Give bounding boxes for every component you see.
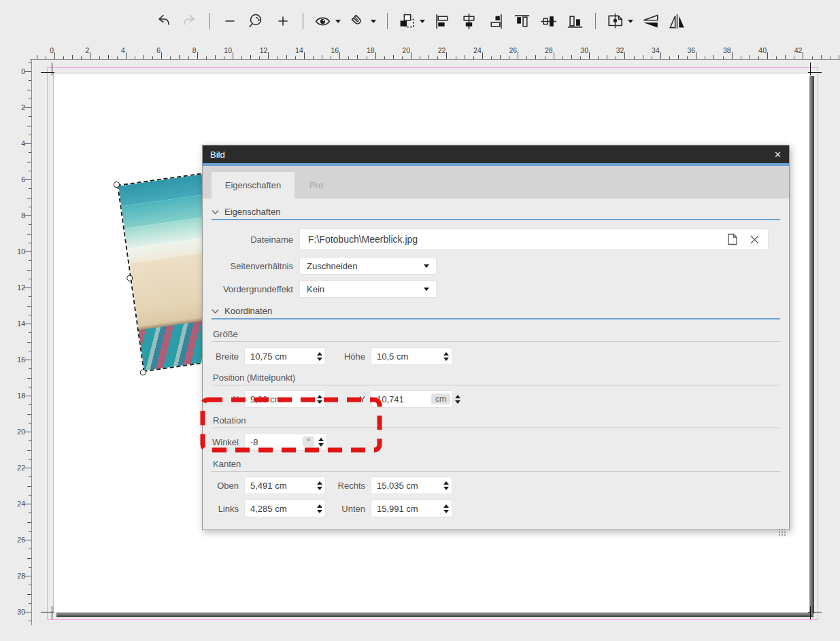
ruler-tick <box>27 342 31 343</box>
ruler-tick <box>29 567 31 568</box>
toolbar-separator <box>209 13 210 29</box>
left-edge-field[interactable]: 4,285 cm <box>244 500 326 517</box>
arrange-dropdown-caret[interactable] <box>420 20 425 23</box>
flip-vertical-icon[interactable] <box>642 12 660 30</box>
ruler-tick <box>669 56 670 59</box>
snap-dropdown-caret[interactable] <box>371 20 376 23</box>
spinner-arrows[interactable] <box>443 481 452 490</box>
spinner-arrows[interactable] <box>443 352 452 361</box>
page-edge-shadow-right <box>809 76 814 614</box>
ruler-tick <box>491 56 492 59</box>
spinner-arrows[interactable] <box>317 352 325 361</box>
ruler-tick <box>562 56 563 59</box>
filename-label: Dateiname <box>212 235 293 245</box>
subsection-kanten: Kanten <box>212 457 780 472</box>
ruler-tick <box>616 56 616 59</box>
width-field[interactable]: 10,75 cm <box>244 347 326 365</box>
ruler-number: 30 <box>16 608 25 616</box>
spinner-arrows[interactable] <box>317 504 325 513</box>
toolbar-separator <box>387 13 388 29</box>
ruler-number: 14 <box>288 46 303 54</box>
arrange-layout-icon[interactable] <box>399 12 416 30</box>
zoom-reset-icon[interactable] <box>248 12 265 30</box>
ruler-tick <box>758 56 759 59</box>
ruler-tick <box>27 126 31 126</box>
ruler-tick <box>268 52 269 59</box>
ruler-tick <box>304 52 305 59</box>
spinner-arrows[interactable] <box>317 481 325 490</box>
ruler-tick <box>29 549 31 549</box>
x-label: X <box>212 394 239 404</box>
align-middle-vertical-icon[interactable] <box>540 12 558 30</box>
ruler-number: 18 <box>360 46 375 54</box>
ruler-number: 2 <box>74 46 89 54</box>
dialog-resize-grip[interactable] <box>778 528 787 537</box>
ruler-tick <box>767 52 768 59</box>
ruler-number: 10 <box>16 247 25 256</box>
spinner-arrows[interactable] <box>443 504 452 513</box>
ruler-tick <box>29 603 31 604</box>
ruler-number: 8 <box>182 46 197 54</box>
center-on-page-icon[interactable] <box>607 12 624 30</box>
foreground-effect-dropdown[interactable]: Kein <box>299 280 437 298</box>
section-underline <box>212 318 780 319</box>
section-header-koordinaten[interactable]: Koordinaten <box>212 306 780 316</box>
angle-field[interactable]: -8 ° <box>244 433 327 451</box>
dropdown-caret-icon <box>424 288 429 291</box>
zoom-in-icon[interactable] <box>274 12 292 30</box>
ruler-tick <box>29 332 31 333</box>
dialog-titlebar[interactable]: Bild ✕ <box>203 145 789 163</box>
visibility-dropdown-caret[interactable] <box>335 20 341 23</box>
spinner-arrows[interactable] <box>318 438 326 447</box>
ruler-tick <box>99 56 100 59</box>
image-properties-dialog: Bild ✕ Eigenschaften Pro Eigenschaften D… <box>202 145 790 530</box>
center-dropdown-caret[interactable] <box>628 20 633 23</box>
ruler-tick <box>117 56 118 59</box>
ruler-tick <box>554 52 554 59</box>
snap-magnet-icon[interactable] <box>350 12 367 30</box>
ruler-tick <box>29 531 31 532</box>
redo-icon[interactable] <box>181 12 199 30</box>
y-field[interactable]: 10,741 cm <box>371 390 452 408</box>
visibility-icon[interactable] <box>314 12 332 30</box>
ruler-number: 26 <box>16 536 25 544</box>
ruler-tick <box>108 55 109 59</box>
close-icon[interactable]: ✕ <box>774 150 782 159</box>
align-bottom-icon[interactable] <box>567 12 584 30</box>
spinner-arrows[interactable] <box>317 395 325 404</box>
right-edge-field[interactable]: 15,035 cm <box>371 477 452 494</box>
undo-icon[interactable] <box>154 12 172 30</box>
toolbar <box>0 4 840 38</box>
top-edge-field[interactable]: 5,491 cm <box>244 477 326 494</box>
ruler-tick <box>24 612 31 612</box>
clear-file-icon[interactable] <box>750 235 760 245</box>
bottom-edge-field[interactable]: 15,991 cm <box>371 500 452 517</box>
ruler-tick <box>24 252 31 252</box>
x-field[interactable]: 9,66 cm <box>244 390 326 408</box>
tab-eigenschaften[interactable]: Eigenschaften <box>212 172 295 198</box>
zoom-out-icon[interactable] <box>221 12 239 30</box>
aspect-ratio-label: Seitenverhältnis <box>212 261 293 271</box>
height-field[interactable]: 10,5 cm <box>371 347 452 365</box>
filename-field[interactable]: F:\Fotobuch\Meerblick.jpg <box>299 228 769 250</box>
aspect-ratio-dropdown[interactable]: Zuschneiden <box>299 257 437 275</box>
ruler-number: 2 <box>16 103 25 111</box>
ruler-tick <box>161 52 162 59</box>
section-header-eigenschaften[interactable]: Eigenschaften <box>212 207 780 217</box>
align-top-icon[interactable] <box>514 12 531 30</box>
ruler-tick <box>24 179 31 180</box>
flip-horizontal-icon[interactable] <box>669 12 686 30</box>
ruler-tick <box>29 224 31 225</box>
spinner-arrows[interactable] <box>455 395 460 404</box>
align-center-horizontal-icon[interactable] <box>460 12 478 30</box>
ruler-number: 24 <box>16 500 25 508</box>
ruler-tick <box>170 56 171 59</box>
ruler-tick <box>152 56 153 59</box>
ruler-number: 20 <box>16 428 25 436</box>
tab-pro[interactable]: Pro <box>295 172 338 198</box>
align-left-icon[interactable] <box>434 12 452 30</box>
chevron-down-icon <box>212 309 219 314</box>
ruler-tick <box>27 378 31 379</box>
align-right-icon[interactable] <box>487 12 505 30</box>
browse-file-icon[interactable] <box>727 233 738 245</box>
